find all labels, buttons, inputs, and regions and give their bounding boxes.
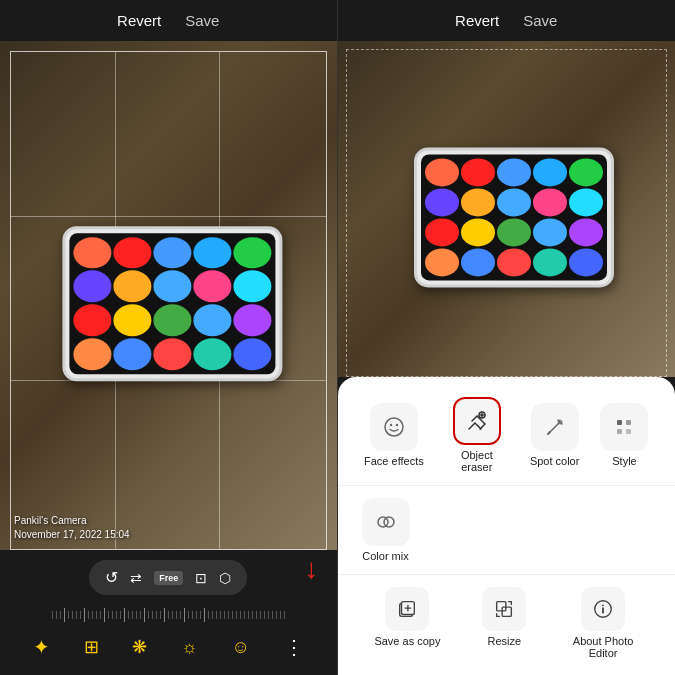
app-icon — [569, 188, 603, 216]
app-icon — [234, 237, 272, 269]
app-icon — [461, 188, 495, 216]
app-icon — [154, 237, 192, 269]
tick — [264, 611, 265, 619]
rotation-slider[interactable] — [0, 603, 337, 627]
style-label: Style — [612, 455, 636, 467]
tick — [168, 611, 169, 619]
revert-button-right[interactable]: Revert — [455, 12, 499, 29]
brightness-icon[interactable]: ✦ — [33, 635, 50, 659]
tools-row-1: Face effects Object eraser — [338, 393, 676, 486]
tablet-device-left — [63, 226, 283, 381]
tick — [148, 611, 149, 619]
tick — [136, 611, 137, 619]
effects-icon[interactable]: ❋ — [132, 636, 147, 658]
color-mix-label: Color mix — [362, 550, 408, 562]
tablet-screen-right — [421, 154, 607, 280]
app-icon — [234, 338, 272, 370]
app-icon — [74, 237, 112, 269]
tick — [176, 611, 177, 619]
photo-container-left: Pankil's Camera November 17, 2022 15:04 — [0, 41, 337, 550]
tick — [216, 611, 217, 619]
tick — [132, 611, 133, 619]
save-as-copy-label: Save as copy — [374, 635, 440, 647]
rotate-icon[interactable]: ↺ — [105, 568, 118, 587]
save-button-right[interactable]: Save — [523, 12, 557, 29]
resize-icon-box — [482, 587, 526, 631]
app-icon — [114, 338, 152, 370]
right-header: Revert Save — [338, 0, 676, 41]
bottom-actions: Save as copy Resize — [338, 575, 676, 667]
object-eraser-svg-icon — [465, 409, 489, 433]
style-tool[interactable]: Style — [600, 403, 648, 467]
svg-rect-6 — [626, 420, 631, 425]
app-icon — [425, 218, 459, 246]
svg-rect-14 — [502, 607, 511, 616]
tick — [284, 611, 285, 619]
tick — [92, 611, 93, 619]
tick — [260, 611, 261, 619]
app-icon — [533, 218, 567, 246]
revert-button-left[interactable]: Revert — [117, 12, 161, 29]
crop-tools-row: ↺ ⇄ Free ⊡ ⬡ — [0, 560, 337, 595]
right-panel: Revert Save — [338, 0, 676, 675]
app-icon — [234, 304, 272, 336]
free-badge[interactable]: Free — [154, 571, 183, 585]
face-effects-tool[interactable]: Face effects — [364, 403, 424, 467]
tick — [256, 611, 257, 619]
spot-color-icon-box — [531, 403, 579, 451]
resize-action[interactable]: Resize — [482, 587, 526, 659]
object-eraser-tool[interactable]: Object eraser — [445, 397, 509, 473]
svg-point-1 — [390, 424, 392, 426]
tick — [192, 611, 193, 619]
tick — [220, 611, 221, 619]
more-icon[interactable]: ⋮ — [284, 635, 304, 659]
tick — [68, 611, 69, 619]
select-icon[interactable]: ⬡ — [219, 570, 231, 586]
sun-icon[interactable]: ☼ — [181, 637, 198, 658]
flip-icon[interactable]: ⇄ — [130, 570, 142, 586]
app-icon — [74, 271, 112, 303]
save-as-copy-icon-box — [385, 587, 429, 631]
svg-rect-13 — [497, 602, 506, 611]
app-icon — [461, 218, 495, 246]
photo-date: November 17, 2022 15:04 — [14, 528, 130, 542]
red-arrow-indicator: ↓ — [305, 553, 319, 585]
tick — [240, 611, 241, 619]
tick-major — [104, 608, 105, 622]
save-button-left[interactable]: Save — [185, 12, 219, 29]
color-mix-tool[interactable]: Color mix — [362, 498, 410, 562]
tick-major — [184, 608, 185, 622]
tick-major — [64, 608, 65, 622]
app-icon — [425, 158, 459, 186]
tick — [200, 611, 201, 619]
aspect-icon[interactable]: ⊡ — [195, 570, 207, 586]
svg-rect-7 — [617, 429, 622, 434]
tick — [52, 611, 53, 619]
style-svg-icon — [612, 415, 636, 439]
tick — [268, 611, 269, 619]
tick — [252, 611, 253, 619]
photo-container-right — [338, 41, 676, 377]
crop-tool-pill: ↺ ⇄ Free ⊡ ⬡ — [89, 560, 247, 595]
tools-row-2: Color mix — [338, 486, 676, 575]
spot-color-svg-icon — [543, 415, 567, 439]
face-icon[interactable]: ☺ — [231, 637, 249, 658]
tick-major — [144, 608, 145, 622]
tick — [88, 611, 89, 619]
tick — [152, 611, 153, 619]
about-action[interactable]: About Photo Editor — [568, 587, 638, 659]
app-icon — [461, 158, 495, 186]
svg-point-0 — [385, 418, 403, 436]
save-as-copy-action[interactable]: Save as copy — [374, 587, 440, 659]
tick — [244, 611, 245, 619]
tick-major — [204, 608, 205, 622]
tick — [276, 611, 277, 619]
app-icon — [154, 271, 192, 303]
tick — [60, 611, 61, 619]
bottom-icons-row: ✦ ⊞ ❋ ☼ ☺ ⋮ — [0, 627, 337, 671]
spot-color-tool[interactable]: Spot color — [530, 403, 580, 467]
camera-name: Pankil's Camera — [14, 514, 130, 528]
color-mix-svg-icon — [374, 510, 398, 534]
crop-icon[interactable]: ⊞ — [84, 636, 99, 658]
app-icon — [497, 218, 531, 246]
